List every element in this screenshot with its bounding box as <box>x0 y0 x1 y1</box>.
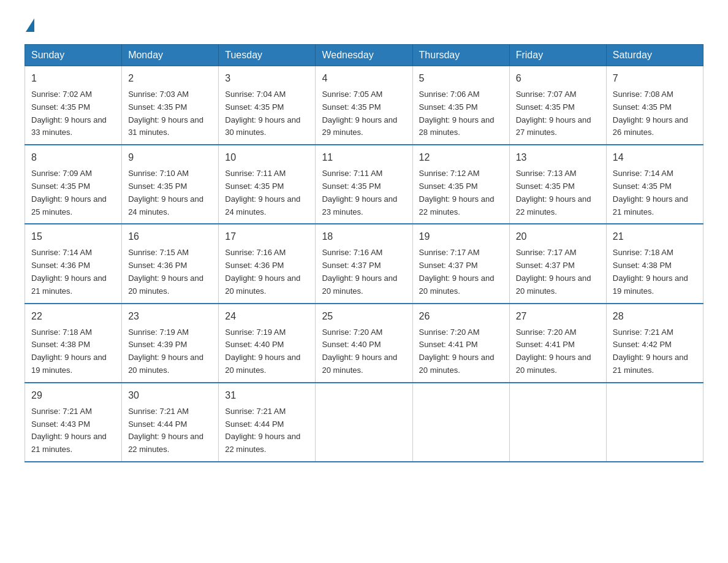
day-info: Sunrise: 7:04 AMSunset: 4:35 PMDaylight:… <box>225 90 300 137</box>
day-info: Sunrise: 7:21 AMSunset: 4:43 PMDaylight:… <box>31 407 107 454</box>
day-number: 11 <box>322 150 406 165</box>
day-number: 3 <box>225 71 309 86</box>
day-info: Sunrise: 7:17 AMSunset: 4:37 PMDaylight:… <box>419 248 495 295</box>
day-info: Sunrise: 7:09 AMSunset: 4:35 PMDaylight:… <box>31 169 107 216</box>
calendar-cell: 7Sunrise: 7:08 AMSunset: 4:35 PMDaylight… <box>606 66 703 145</box>
day-number: 5 <box>419 71 503 86</box>
header-row: SundayMondayTuesdayWednesdayThursdayFrid… <box>25 45 703 66</box>
day-number: 10 <box>225 150 309 165</box>
day-info: Sunrise: 7:12 AMSunset: 4:35 PMDaylight:… <box>419 169 495 216</box>
day-info: Sunrise: 7:15 AMSunset: 4:36 PMDaylight:… <box>128 248 203 295</box>
day-number: 31 <box>225 388 309 403</box>
day-number: 26 <box>419 309 503 324</box>
day-header-saturday: Saturday <box>606 45 703 66</box>
day-info: Sunrise: 7:20 AMSunset: 4:41 PMDaylight:… <box>419 327 495 375</box>
calendar-cell: 28Sunrise: 7:21 AMSunset: 4:42 PMDayligh… <box>606 304 703 383</box>
calendar-cell: 17Sunrise: 7:16 AMSunset: 4:36 PMDayligh… <box>219 224 316 303</box>
day-header-wednesday: Wednesday <box>316 45 412 66</box>
calendar-cell: 31Sunrise: 7:21 AMSunset: 4:44 PMDayligh… <box>219 383 316 462</box>
day-number: 12 <box>419 150 503 165</box>
calendar-cell: 5Sunrise: 7:06 AMSunset: 4:35 PMDaylight… <box>412 66 509 145</box>
logo-triangle-icon <box>26 18 34 32</box>
calendar-cell: 10Sunrise: 7:11 AMSunset: 4:35 PMDayligh… <box>219 145 316 224</box>
day-info: Sunrise: 7:13 AMSunset: 4:35 PMDaylight:… <box>516 169 591 216</box>
week-row-2: 8Sunrise: 7:09 AMSunset: 4:35 PMDaylight… <box>25 145 703 224</box>
calendar-cell: 2Sunrise: 7:03 AMSunset: 4:35 PMDaylight… <box>122 66 219 145</box>
day-number: 27 <box>516 309 600 324</box>
day-number: 9 <box>128 150 212 165</box>
day-number: 17 <box>225 229 309 244</box>
day-info: Sunrise: 7:14 AMSunset: 4:36 PMDaylight:… <box>31 248 107 295</box>
day-number: 15 <box>31 229 115 244</box>
calendar-cell: 18Sunrise: 7:16 AMSunset: 4:37 PMDayligh… <box>316 224 412 303</box>
day-info: Sunrise: 7:19 AMSunset: 4:40 PMDaylight:… <box>225 327 300 375</box>
day-number: 16 <box>128 229 212 244</box>
day-info: Sunrise: 7:20 AMSunset: 4:40 PMDaylight:… <box>322 327 397 375</box>
calendar-cell: 23Sunrise: 7:19 AMSunset: 4:39 PMDayligh… <box>122 304 219 383</box>
calendar-cell: 25Sunrise: 7:20 AMSunset: 4:40 PMDayligh… <box>316 304 412 383</box>
calendar-cell: 4Sunrise: 7:05 AMSunset: 4:35 PMDaylight… <box>316 66 412 145</box>
week-row-1: 1Sunrise: 7:02 AMSunset: 4:35 PMDaylight… <box>25 66 703 145</box>
calendar-cell: 14Sunrise: 7:14 AMSunset: 4:35 PMDayligh… <box>606 145 703 224</box>
day-info: Sunrise: 7:19 AMSunset: 4:39 PMDaylight:… <box>128 327 203 375</box>
calendar-cell: 20Sunrise: 7:17 AMSunset: 4:37 PMDayligh… <box>509 224 606 303</box>
day-info: Sunrise: 7:07 AMSunset: 4:35 PMDaylight:… <box>516 90 591 137</box>
day-number: 23 <box>128 309 212 324</box>
day-info: Sunrise: 7:21 AMSunset: 4:44 PMDaylight:… <box>128 407 203 454</box>
calendar-cell: 27Sunrise: 7:20 AMSunset: 4:41 PMDayligh… <box>509 304 606 383</box>
week-row-5: 29Sunrise: 7:21 AMSunset: 4:43 PMDayligh… <box>25 383 703 462</box>
day-number: 21 <box>613 229 697 244</box>
day-header-monday: Monday <box>122 45 219 66</box>
calendar-cell: 12Sunrise: 7:12 AMSunset: 4:35 PMDayligh… <box>412 145 509 224</box>
day-number: 28 <box>613 309 697 324</box>
calendar-cell <box>316 383 412 462</box>
day-info: Sunrise: 7:18 AMSunset: 4:38 PMDaylight:… <box>31 327 107 375</box>
day-info: Sunrise: 7:11 AMSunset: 4:35 PMDaylight:… <box>225 169 300 216</box>
calendar-cell: 24Sunrise: 7:19 AMSunset: 4:40 PMDayligh… <box>219 304 316 383</box>
day-header-thursday: Thursday <box>412 45 509 66</box>
day-number: 8 <box>31 150 115 165</box>
calendar-cell: 3Sunrise: 7:04 AMSunset: 4:35 PMDaylight… <box>219 66 316 145</box>
day-info: Sunrise: 7:05 AMSunset: 4:35 PMDaylight:… <box>322 90 397 137</box>
day-info: Sunrise: 7:06 AMSunset: 4:35 PMDaylight:… <box>419 90 495 137</box>
day-number: 18 <box>322 229 406 244</box>
day-info: Sunrise: 7:08 AMSunset: 4:35 PMDaylight:… <box>613 90 688 137</box>
week-row-3: 15Sunrise: 7:14 AMSunset: 4:36 PMDayligh… <box>25 224 703 303</box>
day-number: 1 <box>31 71 115 86</box>
day-header-sunday: Sunday <box>25 45 122 66</box>
day-info: Sunrise: 7:21 AMSunset: 4:44 PMDaylight:… <box>225 407 300 454</box>
calendar-cell <box>509 383 606 462</box>
calendar-table: SundayMondayTuesdayWednesdayThursdayFrid… <box>25 44 703 462</box>
day-number: 24 <box>225 309 309 324</box>
page-header <box>25 18 703 32</box>
day-info: Sunrise: 7:16 AMSunset: 4:36 PMDaylight:… <box>225 248 300 295</box>
day-number: 2 <box>128 71 212 86</box>
calendar-cell: 8Sunrise: 7:09 AMSunset: 4:35 PMDaylight… <box>25 145 122 224</box>
day-info: Sunrise: 7:03 AMSunset: 4:35 PMDaylight:… <box>128 90 203 137</box>
calendar-cell: 15Sunrise: 7:14 AMSunset: 4:36 PMDayligh… <box>25 224 122 303</box>
logo <box>25 18 36 32</box>
calendar-cell: 11Sunrise: 7:11 AMSunset: 4:35 PMDayligh… <box>316 145 412 224</box>
day-info: Sunrise: 7:16 AMSunset: 4:37 PMDaylight:… <box>322 248 397 295</box>
calendar-cell <box>412 383 509 462</box>
day-info: Sunrise: 7:14 AMSunset: 4:35 PMDaylight:… <box>613 169 688 216</box>
calendar-cell: 16Sunrise: 7:15 AMSunset: 4:36 PMDayligh… <box>122 224 219 303</box>
day-info: Sunrise: 7:21 AMSunset: 4:42 PMDaylight:… <box>613 327 688 375</box>
day-number: 30 <box>128 388 212 403</box>
calendar-cell: 6Sunrise: 7:07 AMSunset: 4:35 PMDaylight… <box>509 66 606 145</box>
day-info: Sunrise: 7:20 AMSunset: 4:41 PMDaylight:… <box>516 327 591 375</box>
day-info: Sunrise: 7:11 AMSunset: 4:35 PMDaylight:… <box>322 169 397 216</box>
calendar-cell: 13Sunrise: 7:13 AMSunset: 4:35 PMDayligh… <box>509 145 606 224</box>
day-info: Sunrise: 7:10 AMSunset: 4:35 PMDaylight:… <box>128 169 203 216</box>
calendar-cell: 22Sunrise: 7:18 AMSunset: 4:38 PMDayligh… <box>25 304 122 383</box>
calendar-cell: 29Sunrise: 7:21 AMSunset: 4:43 PMDayligh… <box>25 383 122 462</box>
day-number: 6 <box>516 71 600 86</box>
calendar-cell: 26Sunrise: 7:20 AMSunset: 4:41 PMDayligh… <box>412 304 509 383</box>
calendar-cell <box>606 383 703 462</box>
day-number: 7 <box>613 71 697 86</box>
day-number: 29 <box>31 388 115 403</box>
day-number: 25 <box>322 309 406 324</box>
day-number: 14 <box>613 150 697 165</box>
day-number: 13 <box>516 150 600 165</box>
calendar-cell: 30Sunrise: 7:21 AMSunset: 4:44 PMDayligh… <box>122 383 219 462</box>
